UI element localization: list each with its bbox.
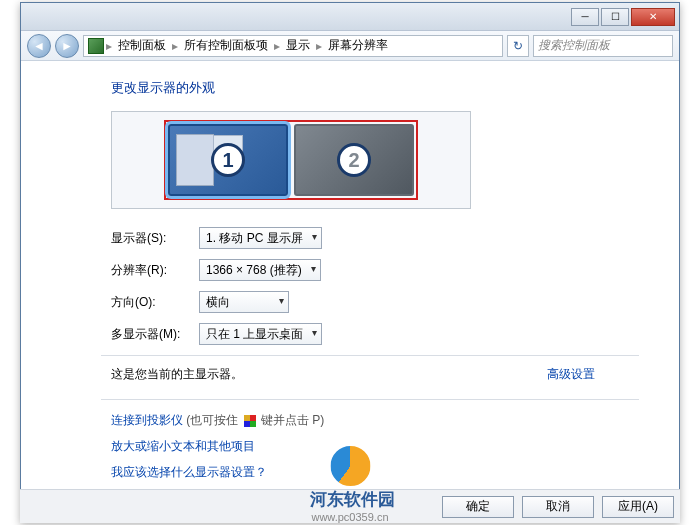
page-heading: 更改显示器的外观 <box>111 79 639 97</box>
multi-display-label: 多显示器(M): <box>111 326 199 343</box>
orientation-label: 方向(O): <box>111 294 199 311</box>
nav-back-button[interactable]: ◄ <box>27 34 51 58</box>
breadcrumb-item[interactable]: 所有控制面板项 <box>180 37 272 54</box>
resolution-row: 分辨率(R): 1366 × 768 (推荐) <box>111 259 639 281</box>
orientation-dropdown[interactable]: 横向 <box>199 291 289 313</box>
breadcrumb-item[interactable]: 控制面板 <box>114 37 170 54</box>
apply-button[interactable]: 应用(A) <box>602 496 674 518</box>
monitor-preview-area: 1 2 检测(C) 识别(I) <box>111 111 639 209</box>
search-input[interactable]: 搜索控制面板 <box>533 35 673 57</box>
monitor-number-badge: 2 <box>337 143 371 177</box>
display-label: 显示器(S): <box>111 230 199 247</box>
display-row: 显示器(S): 1. 移动 PC 显示屏 <box>111 227 639 249</box>
desktop-thumbnail-icon <box>176 134 214 186</box>
control-panel-icon <box>88 38 104 54</box>
maximize-button[interactable]: ☐ <box>601 8 629 26</box>
multi-display-dropdown[interactable]: 只在 1 上显示桌面 <box>199 323 322 345</box>
breadcrumb-sep-icon: ▸ <box>172 39 178 53</box>
breadcrumb-bar[interactable]: ▸ 控制面板 ▸ 所有控制面板项 ▸ 显示 ▸ 屏幕分辨率 <box>83 35 503 57</box>
close-button[interactable]: ✕ <box>631 8 675 26</box>
breadcrumb-item[interactable]: 屏幕分辨率 <box>324 37 392 54</box>
monitor-arrangement-box[interactable]: 1 2 <box>111 111 471 209</box>
projector-link[interactable]: 连接到投影仪 (也可按住 键并点击 P) <box>111 412 639 429</box>
monitor-2[interactable]: 2 <box>294 124 414 196</box>
breadcrumb-item[interactable]: 显示 <box>282 37 314 54</box>
minimize-button[interactable]: ─ <box>571 8 599 26</box>
resolution-label: 分辨率(R): <box>111 262 199 279</box>
refresh-button[interactable]: ↻ <box>507 35 529 57</box>
status-row: 这是您当前的主显示器。 高级设置 <box>111 366 639 383</box>
divider <box>101 355 639 356</box>
help-links: 连接到投影仪 (也可按住 键并点击 P) 放大或缩小文本和其他项目 我应该选择什… <box>111 412 639 481</box>
navigation-bar: ◄ ► ▸ 控制面板 ▸ 所有控制面板项 ▸ 显示 ▸ 屏幕分辨率 ↻ 搜索控制… <box>21 31 679 61</box>
search-placeholder: 搜索控制面板 <box>538 37 610 54</box>
dialog-footer: 确定 取消 应用(A) <box>20 489 680 523</box>
cancel-button[interactable]: 取消 <box>522 496 594 518</box>
breadcrumb-sep-icon: ▸ <box>274 39 280 53</box>
help-settings-link[interactable]: 我应该选择什么显示器设置？ <box>111 464 639 481</box>
divider <box>101 399 639 400</box>
multi-display-row: 多显示器(M): 只在 1 上显示桌面 <box>111 323 639 345</box>
monitor-1[interactable]: 1 <box>168 124 288 196</box>
primary-monitor-status: 这是您当前的主显示器。 <box>111 367 243 381</box>
display-dropdown[interactable]: 1. 移动 PC 显示屏 <box>199 227 322 249</box>
advanced-settings-link[interactable]: 高级设置 <box>547 366 595 383</box>
orientation-row: 方向(O): 横向 <box>111 291 639 313</box>
windows-logo-icon <box>244 415 256 427</box>
resolution-dropdown[interactable]: 1366 × 768 (推荐) <box>199 259 321 281</box>
ok-button[interactable]: 确定 <box>442 496 514 518</box>
highlight-frame: 1 2 <box>164 120 418 200</box>
control-panel-window: ─ ☐ ✕ ◄ ► ▸ 控制面板 ▸ 所有控制面板项 ▸ 显示 ▸ 屏幕分辨率 … <box>20 2 680 523</box>
breadcrumb-sep-icon: ▸ <box>106 39 112 53</box>
breadcrumb-sep-icon: ▸ <box>316 39 322 53</box>
nav-forward-button[interactable]: ► <box>55 34 79 58</box>
content-area: 更改显示器的外观 1 2 检测(C) 识别(I) 显示器(S): <box>21 61 679 490</box>
monitor-number-badge: 1 <box>211 143 245 177</box>
scale-text-link[interactable]: 放大或缩小文本和其他项目 <box>111 438 639 455</box>
window-titlebar: ─ ☐ ✕ <box>21 3 679 31</box>
